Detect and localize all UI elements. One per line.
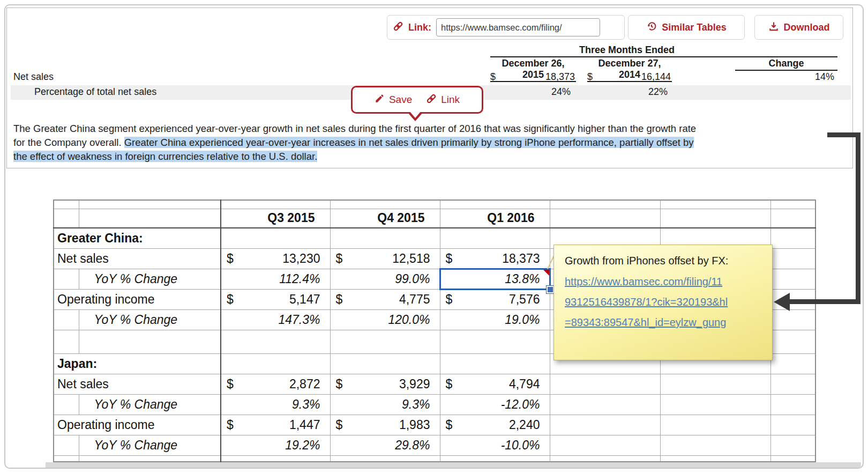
spreadsheet-cell[interactable] — [550, 455, 660, 462]
column-header-q1-2016[interactable]: Q1 2016 — [440, 209, 550, 228]
spreadsheet-cell[interactable] — [770, 415, 815, 435]
spreadsheet-cell[interactable] — [550, 200, 660, 209]
spreadsheet-cell[interactable] — [550, 209, 660, 228]
spreadsheet-cell[interactable]: $4,775 — [330, 289, 440, 309]
row-label[interactable]: Operating income — [54, 415, 221, 435]
spreadsheet-cell[interactable] — [79, 209, 221, 228]
spreadsheet-cell[interactable] — [221, 330, 330, 353]
spreadsheet-cell[interactable]: 9.3% — [221, 394, 330, 415]
row-label[interactable]: Operating income — [54, 289, 221, 309]
spreadsheet-cell[interactable] — [221, 200, 330, 209]
spreadsheet-cell[interactable]: 147.3% — [221, 309, 330, 330]
spreadsheet-cell[interactable] — [330, 228, 440, 248]
spreadsheet-cell[interactable] — [770, 374, 815, 394]
spreadsheet-cell[interactable]: -10.0% — [440, 435, 550, 455]
spreadsheet-cell[interactable]: 112.4% — [221, 269, 330, 289]
spreadsheet-cell[interactable]: $18,373 — [440, 248, 550, 269]
spreadsheet-cell[interactable] — [54, 269, 79, 289]
comment-link-line[interactable]: 9312516439878/1?cik=320193&hl — [565, 292, 761, 312]
column-header-q3-2015[interactable]: Q3 2015 — [221, 209, 330, 228]
spreadsheet-cell[interactable] — [79, 455, 221, 462]
spreadsheet-cell[interactable] — [770, 269, 815, 289]
comment-link-line[interactable]: =89343:89547&hl_id=eylzw_gung — [565, 312, 761, 332]
spreadsheet-cell[interactable] — [660, 394, 770, 415]
spreadsheet-cell[interactable]: 99.0% — [330, 269, 440, 289]
spreadsheet-cell[interactable] — [54, 330, 79, 353]
section-header-japan[interactable]: Japan: — [54, 353, 221, 374]
spreadsheet-cell[interactable] — [221, 455, 330, 462]
link-url-input[interactable] — [436, 18, 600, 36]
spreadsheet-cell[interactable] — [770, 330, 815, 353]
spreadsheet-cell[interactable] — [79, 330, 221, 353]
spreadsheet-cell[interactable]: $1,447 — [221, 415, 330, 435]
spreadsheet-cell[interactable] — [550, 374, 660, 394]
spreadsheet-cell[interactable] — [330, 455, 440, 462]
row-label[interactable]: Net sales — [54, 248, 221, 269]
column-header-q4-2015[interactable]: Q4 2015 — [330, 209, 440, 228]
spreadsheet-cell[interactable] — [440, 200, 550, 209]
spreadsheet-cell[interactable] — [54, 394, 79, 415]
row-label[interactable]: YoY % Change — [79, 394, 221, 415]
spreadsheet-cell[interactable]: $2,240 — [440, 415, 550, 435]
spreadsheet-cell[interactable] — [79, 200, 221, 209]
spreadsheet-cell[interactable] — [330, 330, 440, 353]
spreadsheet-cell[interactable] — [221, 353, 330, 374]
link-button[interactable]: Link — [426, 93, 460, 107]
spreadsheet-cell[interactable] — [770, 394, 815, 415]
spreadsheet-cell[interactable] — [770, 200, 815, 209]
spreadsheet-cell[interactable]: $2,872 — [221, 374, 330, 394]
spreadsheet-cell[interactable] — [660, 209, 770, 228]
spreadsheet-cell[interactable] — [770, 248, 815, 269]
spreadsheet-cell[interactable] — [660, 200, 770, 209]
spreadsheet-cell[interactable]: $12,518 — [330, 248, 440, 269]
spreadsheet-cell[interactable] — [550, 415, 660, 435]
spreadsheet-cell[interactable] — [770, 435, 815, 455]
row-label[interactable]: YoY % Change — [79, 435, 221, 455]
spreadsheet-cell[interactable]: $4,794 — [440, 374, 550, 394]
spreadsheet-cell[interactable] — [550, 394, 660, 415]
spreadsheet-cell[interactable] — [54, 209, 79, 228]
spreadsheet-cell[interactable] — [770, 209, 815, 228]
spreadsheet-cell[interactable] — [221, 228, 330, 248]
spreadsheet-cell[interactable] — [660, 415, 770, 435]
spreadsheet-cell[interactable] — [440, 455, 550, 462]
spreadsheet-cell[interactable]: $13,230 — [221, 248, 330, 269]
spreadsheet-cell[interactable] — [770, 455, 815, 462]
spreadsheet-cell[interactable] — [330, 353, 440, 374]
spreadsheet-cell[interactable]: -12.0% — [440, 394, 550, 415]
row-label[interactable]: YoY % Change — [79, 309, 221, 330]
selection-handle[interactable] — [547, 286, 554, 293]
comment-link-line[interactable]: https://www.bamsec.com/filing/11 — [565, 271, 761, 292]
spreadsheet-cell[interactable]: 19.0% — [440, 309, 550, 330]
spreadsheet-cell[interactable]: 9.3% — [330, 394, 440, 415]
spreadsheet-cell[interactable] — [660, 455, 770, 462]
spreadsheet-cell[interactable]: $7,576 — [440, 289, 550, 309]
spreadsheet-cell[interactable] — [660, 374, 770, 394]
spreadsheet-cell[interactable] — [330, 200, 440, 209]
spreadsheet-cell[interactable] — [770, 228, 815, 248]
spreadsheet-cell[interactable] — [54, 200, 79, 209]
spreadsheet-cell[interactable]: 29.8% — [330, 435, 440, 455]
row-label[interactable]: YoY % Change — [79, 269, 221, 289]
spreadsheet-cell[interactable]: $3,929 — [330, 374, 440, 394]
spreadsheet-cell[interactable]: 120.0% — [330, 309, 440, 330]
spreadsheet-cell[interactable] — [660, 435, 770, 455]
spreadsheet-cell[interactable] — [440, 353, 550, 374]
download-button[interactable]: Download — [754, 15, 843, 40]
similar-tables-button[interactable]: Similar Tables — [628, 15, 745, 40]
row-label[interactable]: Net sales — [54, 374, 221, 394]
save-button[interactable]: Save — [375, 93, 412, 106]
spreadsheet-cell[interactable] — [550, 435, 660, 455]
spreadsheet-cell[interactable] — [770, 353, 815, 374]
spreadsheet-cell[interactable] — [54, 435, 79, 455]
spreadsheet-cell[interactable]: $5,147 — [221, 289, 330, 309]
spreadsheet-cell[interactable] — [54, 309, 79, 330]
spreadsheet-cell[interactable] — [770, 309, 815, 330]
spreadsheet-cell[interactable]: $1,983 — [330, 415, 440, 435]
section-header-greater-china[interactable]: Greater China: — [54, 228, 221, 248]
selected-cell[interactable]: 13.8% — [440, 269, 550, 289]
spreadsheet-cell[interactable] — [440, 228, 550, 248]
spreadsheet-cell[interactable] — [54, 455, 79, 462]
spreadsheet-cell[interactable]: 19.2% — [221, 435, 330, 455]
spreadsheet-cell[interactable] — [440, 330, 550, 353]
